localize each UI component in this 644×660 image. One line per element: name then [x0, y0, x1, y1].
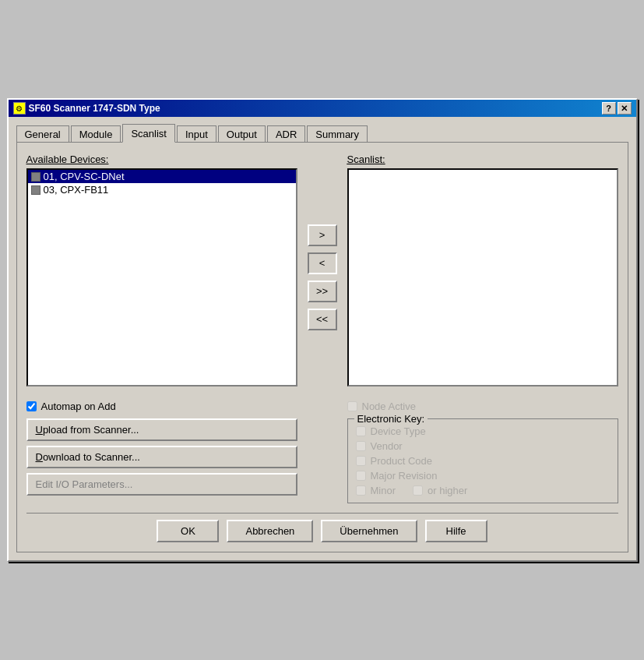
- minor-checkbox[interactable]: [356, 485, 366, 496]
- help-button[interactable]: ?: [602, 102, 616, 115]
- scanlist-label: Scanlist:: [347, 154, 618, 165]
- bottom-row: Automap on Add Upload from Scanner... Do…: [26, 394, 618, 503]
- ekey-device-type-row: Device Type: [356, 425, 610, 437]
- help-footer-button[interactable]: Hilfe: [425, 520, 487, 542]
- tab-module[interactable]: Module: [71, 125, 121, 143]
- automap-row: Automap on Add: [26, 401, 297, 412]
- window-title: SF60 Scanner 1747-SDN Type: [29, 103, 160, 114]
- node-active-row: Node Active: [347, 401, 618, 412]
- ekey-vendor-row: Vendor: [356, 440, 610, 452]
- title-bar: ⚙ SF60 Scanner 1747-SDN Type ? ✕: [9, 100, 636, 117]
- add-all-button[interactable]: >>: [308, 281, 337, 302]
- add-one-button[interactable]: >: [308, 224, 337, 246]
- tab-summary[interactable]: Summary: [307, 125, 368, 143]
- scanlist-listbox[interactable]: [347, 168, 618, 386]
- close-button[interactable]: ✕: [618, 102, 632, 115]
- window-body: General Module Scanlist Input Output ADR…: [9, 117, 636, 560]
- tab-input[interactable]: Input: [177, 125, 216, 143]
- electronic-key-group: Electronic Key: Device Type Vendor Produ…: [347, 418, 618, 503]
- ekey-legend: Electronic Key:: [354, 413, 428, 425]
- device-type-checkbox[interactable]: [356, 426, 366, 436]
- tab-scanlist[interactable]: Scanlist: [122, 124, 175, 143]
- ok-button[interactable]: OK: [157, 520, 219, 542]
- product-code-checkbox[interactable]: [356, 456, 366, 466]
- download-button[interactable]: Download to Scanner...: [26, 446, 297, 468]
- major-revision-checkbox[interactable]: [356, 471, 366, 481]
- title-bar-left: ⚙ SF60 Scanner 1747-SDN Type: [13, 102, 160, 115]
- vendor-label: Vendor: [371, 440, 403, 452]
- upload-button[interactable]: Upload from Scanner...: [26, 418, 297, 441]
- product-code-label: Product Code: [371, 455, 433, 467]
- node-active-checkbox[interactable]: [347, 401, 357, 411]
- main-window: ⚙ SF60 Scanner 1747-SDN Type ? ✕ General…: [7, 98, 638, 562]
- automap-checkbox[interactable]: [26, 401, 37, 411]
- vendor-checkbox[interactable]: [356, 441, 366, 451]
- tab-output[interactable]: Output: [218, 125, 266, 143]
- footer-row: OK Abbrechen Übernehmen Hilfe: [26, 513, 618, 542]
- scanlist-panel: Scanlist:: [347, 154, 618, 386]
- list-item[interactable]: 01, CPV-SC-DNet: [28, 170, 296, 183]
- bottom-left-panel: Automap on Add Upload from Scanner... Do…: [26, 401, 297, 500]
- bottom-right-panel: Node Active Electronic Key: Device Type …: [347, 401, 618, 503]
- node-active-label: Node Active: [362, 401, 416, 412]
- or-higher-label: or higher: [428, 485, 467, 496]
- list-item[interactable]: 03, CPX-FB11: [28, 183, 296, 196]
- title-buttons: ? ✕: [602, 102, 632, 115]
- available-devices-listbox[interactable]: 01, CPV-SC-DNet 03, CPX-FB11: [26, 168, 297, 386]
- tab-content: Available Devices: 01, CPV-SC-DNet 03, C…: [16, 142, 628, 552]
- device-type-label: Device Type: [371, 425, 426, 437]
- available-devices-label: Available Devices:: [26, 154, 297, 165]
- ekey-major-revision-row: Major Revision: [356, 470, 610, 482]
- automap-label: Automap on Add: [41, 401, 116, 412]
- tab-general[interactable]: General: [16, 125, 69, 143]
- device-icon: [31, 185, 40, 195]
- apply-button[interactable]: Übernehmen: [321, 520, 417, 542]
- or-higher-checkbox[interactable]: [413, 485, 423, 496]
- ekey-minor-row: Minor or higher: [356, 485, 610, 496]
- devices-row: Available Devices: 01, CPV-SC-DNet 03, C…: [26, 154, 618, 386]
- minor-label: Minor: [371, 485, 396, 496]
- remove-all-button[interactable]: <<: [308, 309, 337, 330]
- device-icon: [31, 172, 40, 182]
- transfer-buttons: > < >> <<: [305, 154, 340, 386]
- ekey-product-code-row: Product Code: [356, 455, 610, 467]
- app-icon: ⚙: [13, 102, 26, 115]
- edit-io-button[interactable]: Edit I/O Parameters...: [26, 473, 297, 496]
- tab-adr[interactable]: ADR: [267, 125, 305, 143]
- cancel-button[interactable]: Abbrechen: [227, 520, 313, 542]
- available-devices-panel: Available Devices: 01, CPV-SC-DNet 03, C…: [26, 154, 297, 386]
- tab-bar: General Module Scanlist Input Output ADR…: [16, 123, 628, 142]
- major-revision-label: Major Revision: [371, 470, 438, 482]
- remove-one-button[interactable]: <: [308, 252, 337, 274]
